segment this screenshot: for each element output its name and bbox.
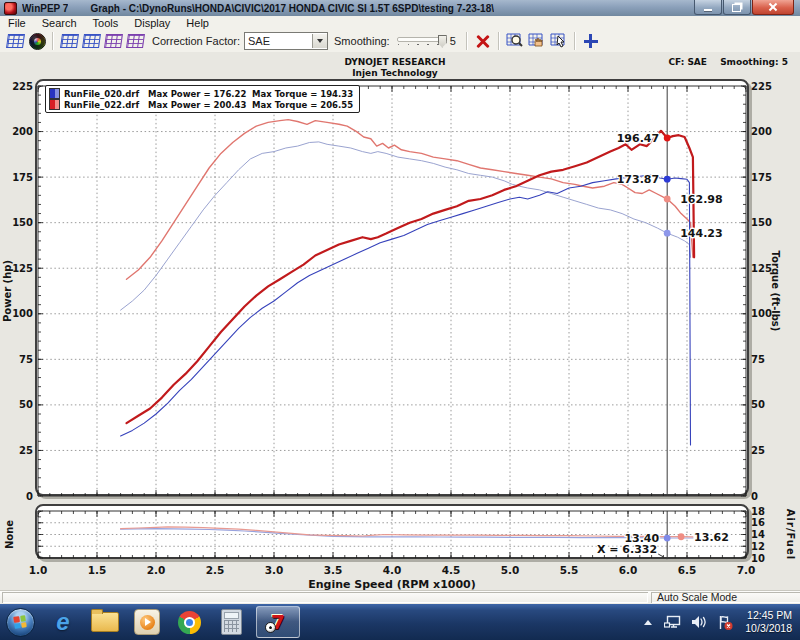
graph-compare-icon	[104, 34, 123, 48]
taskbar-calculator[interactable]	[213, 607, 249, 637]
svg-text:50: 50	[751, 399, 765, 410]
menu-bar: File Search Tools Display Help	[0, 16, 800, 31]
svg-text:Engine Speed (RPM x1000): Engine Speed (RPM x1000)	[308, 578, 476, 590]
svg-text:75: 75	[19, 354, 33, 365]
speaker-icon[interactable]	[691, 615, 707, 629]
legend-max-power: Max Power = 176.22	[148, 89, 252, 99]
tray-expand-icon[interactable]	[644, 620, 652, 625]
status-scale-mode: Auto Scale Mode	[651, 592, 800, 603]
svg-text:None: None	[4, 520, 15, 549]
multi-graph-button[interactable]	[124, 31, 146, 51]
legend-swatch-1	[49, 99, 60, 110]
network-icon[interactable]	[664, 615, 681, 629]
taskbar-chrome[interactable]	[171, 607, 207, 637]
smoothing-readout: Smoothing: 5	[720, 57, 788, 67]
graph-multi-icon	[126, 34, 145, 48]
svg-text:0: 0	[751, 491, 758, 502]
close-button[interactable]	[752, 0, 794, 15]
chart-settings-readout: CF: SAE Smoothing: 5	[658, 57, 788, 67]
svg-text:100: 100	[751, 308, 772, 319]
svg-text:175: 175	[12, 172, 33, 183]
menu-search[interactable]: Search	[34, 16, 85, 30]
svg-text:10: 10	[751, 553, 765, 564]
smoothing-label: Smoothing:	[334, 35, 390, 47]
correction-factor-select[interactable]: SAE	[244, 32, 328, 50]
zoom-graph-button[interactable]	[504, 31, 526, 51]
svg-text:1.0: 1.0	[29, 564, 48, 576]
legend-max-torque: Max Torque = 206.55	[252, 100, 353, 110]
taskbar-explorer[interactable]	[87, 607, 123, 637]
svg-text:200: 200	[12, 126, 33, 137]
restore-button[interactable]	[723, 0, 751, 15]
minimize-button[interactable]	[694, 0, 722, 15]
compare-graph-button[interactable]	[102, 31, 124, 51]
combo-drop-button[interactable]	[312, 34, 327, 48]
menu-file[interactable]: File	[0, 16, 34, 30]
menu-tools[interactable]: Tools	[85, 16, 127, 30]
pointer-arrow-icon	[550, 33, 568, 49]
svg-text:150: 150	[12, 217, 33, 228]
windows-flag-icon	[13, 615, 27, 629]
internet-explorer-icon: e	[56, 611, 69, 633]
remove-run-button[interactable]	[472, 31, 494, 51]
menu-display[interactable]: Display	[126, 16, 178, 30]
system-tray: 12:45 PM 10/3/2018	[644, 609, 800, 635]
correction-factor-label: Correction Factor:	[152, 35, 240, 47]
color-sphere-button[interactable]	[26, 31, 48, 51]
svg-text:Power (hp): Power (hp)	[2, 260, 13, 322]
graph-overlay-icon	[82, 34, 101, 48]
svg-text:4.5: 4.5	[442, 564, 461, 576]
svg-text:2.5: 2.5	[206, 564, 225, 576]
window-title: Graph - C:\DynoRuns\HONDA\CIVIC\2017 HON…	[90, 3, 494, 14]
graph-client-area: DYNOJET RESEARCH Injen Technology CF: SA…	[0, 52, 800, 590]
action-center-flag-icon[interactable]	[717, 615, 733, 630]
svg-text:50: 50	[19, 399, 33, 410]
svg-text:75: 75	[751, 354, 765, 365]
chevron-down-icon	[317, 39, 323, 43]
svg-text:4.0: 4.0	[383, 564, 402, 576]
graph-pen-icon	[60, 34, 79, 48]
select-graph-button[interactable]	[548, 31, 570, 51]
svg-text:5.5: 5.5	[560, 564, 579, 576]
restore-icon	[732, 4, 741, 12]
toolbar-separator	[52, 32, 54, 50]
dyno-header-line2: Injen Technology	[0, 68, 790, 78]
start-button[interactable]	[6, 608, 35, 637]
svg-text:12: 12	[751, 541, 765, 552]
new-graph-button[interactable]	[58, 31, 80, 51]
close-icon	[768, 2, 778, 12]
power-torque-chart[interactable]	[35, 79, 749, 496]
smoothing-slider[interactable]	[397, 34, 447, 49]
legend-max-torque: Max Torque = 194.33	[252, 89, 353, 99]
media-player-icon	[134, 609, 160, 635]
crosshair-icon	[583, 33, 599, 49]
toolbar-separator	[498, 32, 500, 50]
taskbar-ie[interactable]: e	[45, 607, 81, 637]
red-x-icon	[476, 34, 490, 48]
calculator-icon	[221, 609, 242, 635]
app-name: WinPEP 7	[22, 3, 68, 14]
taskbar-media-player[interactable]	[129, 607, 165, 637]
pan-graph-button[interactable]	[526, 31, 548, 51]
clock-time: 12:45 PM	[745, 609, 792, 622]
menu-help[interactable]: Help	[178, 16, 217, 30]
svg-text:14: 14	[751, 529, 765, 540]
folder-icon	[91, 612, 119, 632]
svg-text:2.0: 2.0	[147, 564, 166, 576]
svg-text:25: 25	[751, 445, 765, 456]
svg-text:5.0: 5.0	[501, 564, 520, 576]
cf-readout: CF: SAE	[668, 57, 707, 67]
zoom-graph-icon	[506, 33, 524, 49]
tray-clock[interactable]: 12:45 PM 10/3/2018	[745, 609, 792, 635]
taskbar-winpep-active[interactable]: 7	[256, 606, 300, 638]
air-fuel-chart[interactable]	[35, 504, 749, 559]
status-panel-empty	[2, 592, 648, 603]
crosshair-cursor-button[interactable]	[580, 31, 602, 51]
svg-text:6.5: 6.5	[678, 564, 697, 576]
svg-text:3.0: 3.0	[265, 564, 284, 576]
grid-view-button[interactable]	[4, 31, 26, 51]
overlay-graph-button[interactable]	[80, 31, 102, 51]
slider-thumb[interactable]	[438, 35, 447, 48]
svg-text:7.0: 7.0	[737, 564, 756, 576]
legend-max-power: Max Power = 200.43	[148, 100, 252, 110]
